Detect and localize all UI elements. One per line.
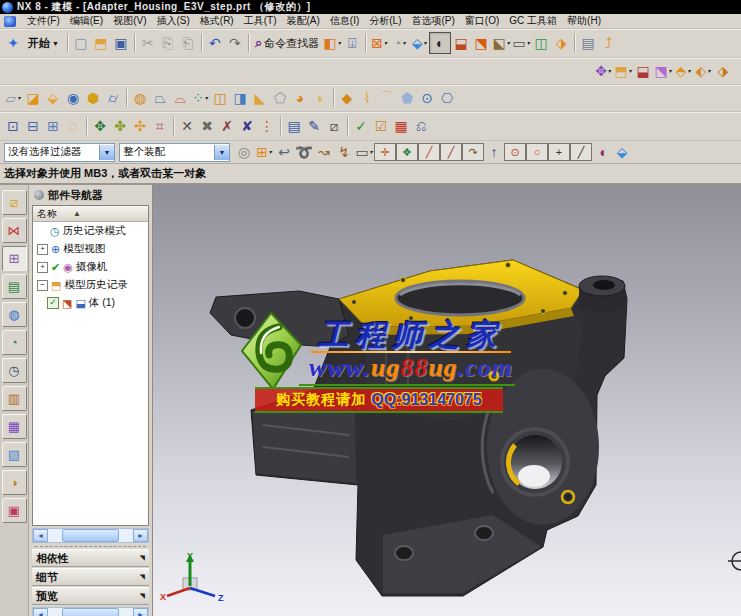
assembly-navigator-tab[interactable]: ⧄ (2, 190, 27, 215)
chevron-down-icon[interactable]: ▾ (707, 68, 710, 74)
copy-face-button[interactable]: ✤ (110, 116, 130, 136)
scroll-thumb[interactable] (62, 608, 119, 616)
menu-analysis[interactable]: 分析(L) (364, 14, 406, 28)
start-button[interactable]: 开始▼ (23, 36, 64, 51)
blend-button[interactable]: ◕ (290, 88, 310, 108)
visualization-tab[interactable]: ▧ (2, 442, 27, 467)
process-studio-tab[interactable]: ▥ (2, 386, 27, 411)
selection-scope-icon[interactable]: ⊞▾ (254, 142, 274, 162)
menu-view[interactable]: 视图(V) (108, 14, 151, 28)
undo-button[interactable]: ↶ (205, 33, 225, 53)
scroll-thumb[interactable] (62, 529, 119, 542)
touch-command-icon[interactable]: ◧▾ (322, 33, 342, 53)
constraint-navigator-tab[interactable]: ⋈ (2, 218, 27, 243)
scroll-right-icon[interactable]: ► (133, 529, 148, 542)
pocket-button[interactable]: ⌓ (170, 88, 190, 108)
open-component-button[interactable]: ⬒▾ (613, 61, 633, 81)
circle-center-icon[interactable]: ○ (526, 143, 548, 161)
shaded-cube-icon[interactable]: ⬙ (612, 142, 632, 162)
roles-tab[interactable]: ◑ (2, 470, 27, 495)
extrude-button[interactable]: ⬙ (43, 88, 63, 108)
paste-button[interactable]: ⎗ (178, 33, 198, 53)
system-scenes-tab[interactable]: ▣ (2, 498, 27, 523)
open-button[interactable]: ⬒ (91, 33, 111, 53)
checkbox-icon[interactable]: ✓ (47, 297, 59, 309)
menu-insert[interactable]: 插入(S) (151, 14, 194, 28)
offset-region-button[interactable]: ⊞ (43, 116, 63, 136)
chevron-down-icon[interactable]: ▾ (338, 40, 341, 46)
move-face-button[interactable]: ⊡ (3, 116, 23, 136)
menu-help[interactable]: 帮助(H) (562, 14, 606, 28)
preview-panel-bar[interactable]: 预览 ◥ (32, 587, 149, 605)
tree-row[interactable]: + ⊕ 模型视图 (33, 240, 148, 258)
stamp-button[interactable]: ⧄ (324, 116, 344, 136)
menu-preferences[interactable]: 首选项(P) (407, 14, 460, 28)
chevron-down-icon[interactable]: ▾ (370, 149, 373, 155)
linear-dimension-button[interactable]: ✕ (177, 116, 197, 136)
collapse-icon[interactable]: − (37, 280, 48, 291)
radial-dimension-button[interactable]: ✖ (197, 116, 217, 136)
subtract-button[interactable]: ◨ (230, 88, 250, 108)
end-point-icon[interactable]: ╱ (418, 143, 440, 161)
menu-tools[interactable]: 工具(T) (239, 14, 282, 28)
edit-section-button[interactable]: ◫ (531, 33, 551, 53)
arc-center-icon[interactable]: ⊙ (504, 143, 526, 161)
menu-window[interactable]: 窗口(O) (460, 14, 504, 28)
suppress-component-button[interactable]: ⬓ (633, 61, 653, 81)
point-on-curve-icon[interactable]: ↷ (462, 143, 484, 161)
graphics-viewport[interactable]: 工程师之家 www.ug88ug.com 购买教程请加 QQ:913147075… (153, 185, 741, 616)
menu-assemblies[interactable]: 装配(A) (281, 14, 324, 28)
chevron-down-icon[interactable]: ▾ (669, 68, 672, 74)
point-on-surface-icon[interactable]: ❖ (396, 143, 418, 161)
sphere-button[interactable]: ⎔ (437, 88, 457, 108)
web-browser-tab[interactable]: ◍ (2, 302, 27, 327)
tree-column-header[interactable]: 名称 ▲ (33, 206, 148, 222)
move-component-button[interactable]: ⬗ (551, 33, 571, 53)
shell-face-button[interactable]: ✘ (237, 116, 257, 136)
edit-suppression-button[interactable]: ⬔▾ (653, 61, 673, 81)
patch-button[interactable]: ⬟ (397, 88, 417, 108)
dependencies-panel-bar[interactable]: 相依性 ◥ (32, 549, 149, 567)
command-finder-button[interactable]: ⌕ 命令查找器 (252, 35, 322, 51)
thread-button[interactable]: ⌇ (357, 88, 377, 108)
chevron-down-icon[interactable]: ▾ (527, 40, 530, 46)
scroll-left-icon[interactable]: ◄ (33, 529, 48, 542)
tree-row[interactable]: + ✔ ◉ 摄像机 (33, 258, 148, 276)
revolve-button[interactable]: ◉ (63, 88, 83, 108)
selection-filter-dropdown[interactable]: 没有选择过滤器 ▼ (4, 143, 115, 162)
tree-horizontal-scrollbar[interactable]: ◄ ► (32, 528, 149, 543)
draft-button[interactable]: ◆ (337, 88, 357, 108)
redo-button[interactable]: ↷ (225, 33, 245, 53)
check-icon[interactable]: ✔ (51, 261, 60, 274)
find-component-button[interactable]: ✥▾ (593, 61, 613, 81)
assembly-info-button[interactable]: ▤ (578, 33, 598, 53)
copy-button[interactable]: ⎘ (158, 33, 178, 53)
rectangle-select-icon[interactable]: ▭▾ (354, 142, 374, 162)
replace-face-button[interactable]: ◌ (63, 116, 83, 136)
menu-information[interactable]: 信息(I) (325, 14, 364, 28)
history-tab[interactable]: ◔ (2, 330, 27, 355)
chevron-down-icon[interactable]: ▼ (99, 145, 114, 160)
manufacturing-wizards-tab[interactable]: ▦ (2, 414, 27, 439)
chevron-down-icon[interactable]: ▼ (214, 145, 229, 160)
sew-button[interactable]: ⌒ (377, 88, 397, 108)
chevron-down-icon[interactable]: ▾ (424, 40, 427, 46)
mirror-face-button[interactable]: ⌗ (150, 116, 170, 136)
panel-horizontal-scrollbar[interactable]: ◄ ► (32, 607, 149, 616)
paste-face-button[interactable]: ✣ (130, 116, 150, 136)
chevron-down-icon[interactable]: ▾ (205, 95, 208, 101)
heal-geometry-button[interactable]: ▦ (391, 116, 411, 136)
bending-button[interactable]: ▤ (284, 116, 304, 136)
move-component-button-2[interactable]: ⬖▾ (693, 61, 713, 81)
selection-scope-dropdown[interactable]: 整个装配 ▼ (119, 143, 230, 162)
mid-point-icon[interactable]: ╱ (440, 143, 462, 161)
quadrant-point-icon[interactable]: ↑ (484, 142, 504, 162)
undo-selection-icon[interactable]: ↩ (274, 142, 294, 162)
assembly-constraints-button[interactable]: ⬘▾ (673, 61, 693, 81)
block-button[interactable]: ⬢ (83, 88, 103, 108)
stop-at-intersection-icon[interactable]: ↯ (334, 142, 354, 162)
edit-feature-button[interactable]: ⎌ (411, 116, 431, 136)
part-navigator-tab[interactable]: ⊞ (2, 246, 27, 271)
delete-face-button[interactable]: ✥ (90, 116, 110, 136)
scroll-left-icon[interactable]: ◄ (33, 608, 48, 616)
